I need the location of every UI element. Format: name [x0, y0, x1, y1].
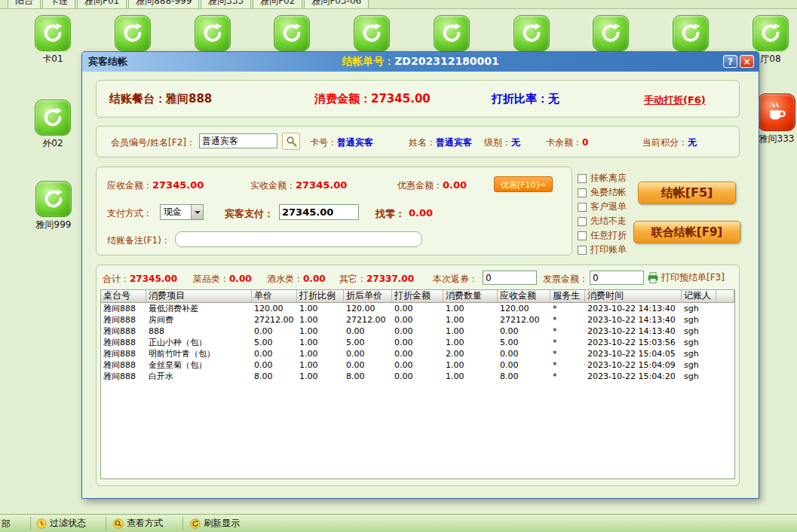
member-balance: 卡余额：0 — [546, 136, 588, 149]
cell-recorder: sgh — [682, 314, 716, 326]
checkbox-icon[interactable] — [578, 203, 587, 212]
dialog-body: 结账餐台：雅间888 消费金额：27345.00 打折比率：无 手动打折(F6)… — [82, 72, 759, 498]
cell-empty — [716, 337, 734, 348]
room-tab[interactable]: 阳台 — [8, 0, 41, 9]
cell-discount-ratio: 1.00 — [297, 314, 344, 326]
table-row[interactable]: 雅间888 白开水 8.00 1.00 8.00 0.00 1.00 8.00 … — [101, 371, 734, 382]
pos-desktop: 阳台 卡连 雅间F01 雅间888-999 雅间333 雅间F02 雅间F03-… — [0, 0, 797, 532]
grid-header-cell: 消费项目 — [146, 290, 252, 303]
room-tab[interactable]: 卡连 — [42, 0, 75, 9]
cell-discount-amount: 0.00 — [392, 337, 443, 348]
help-button[interactable]: ? — [723, 55, 737, 68]
settle-option[interactable]: 挂帐离店 — [578, 171, 627, 185]
filter-status-button[interactable]: 过滤状态 — [36, 517, 86, 530]
table-free-icon — [593, 15, 629, 51]
settle-option-label: 打印账单 — [590, 243, 627, 256]
coupon-return-input[interactable] — [483, 271, 537, 285]
grid-header-cell: 消费时间 — [585, 290, 682, 303]
table-row[interactable]: 雅间888 明前竹叶青（包） 0.00 1.00 0.00 0.00 2.00 … — [101, 348, 734, 359]
bill-number-label: 结帐单号： — [342, 55, 394, 67]
table-button[interactable]: 卡01 — [33, 15, 72, 66]
refresh-display-button[interactable]: 刷新显示 — [190, 517, 240, 530]
statusbar-divider — [30, 517, 31, 530]
member-search-button[interactable] — [282, 133, 300, 150]
grid-header-cell: 单价 — [252, 290, 297, 303]
invoice-label: 发票金额： — [543, 273, 588, 286]
member-search-input[interactable] — [199, 133, 277, 148]
statusbar-divider — [182, 517, 183, 530]
cell-table: 雅间888 — [101, 337, 146, 348]
cell-recorder: sgh — [682, 371, 716, 382]
checkbox-icon[interactable] — [578, 217, 587, 226]
member-name-label: 姓名： — [409, 137, 436, 148]
table-button-occupied[interactable]: 雅间333 — [757, 93, 796, 145]
drinks-value: 0.00 — [303, 274, 326, 284]
checkbox-icon[interactable] — [578, 174, 587, 183]
print-prebill-button[interactable]: 打印预结单[F3] — [647, 271, 725, 284]
grid-header-cell: 服务生 — [550, 290, 585, 303]
table-row[interactable]: 雅间888 正山小种（包） 5.00 1.00 5.00 0.00 1.00 5… — [101, 337, 734, 348]
table-row[interactable]: 雅间888 最低消费补差 120.00 1.00 120.00 0.00 1.0… — [101, 303, 734, 314]
bill-number-value: ZD202312180001 — [394, 55, 499, 67]
guest-pay-label: 宾客支付： — [225, 207, 274, 221]
grid-header-cell: 打折比例 — [297, 290, 344, 303]
settle-button[interactable]: 结帐[F5] — [638, 182, 736, 204]
other-value: 27337.00 — [366, 274, 414, 284]
table-free-icon — [673, 15, 709, 51]
table-label: 雅间999 — [36, 219, 72, 231]
settle-option[interactable]: 免费结帐 — [578, 185, 627, 200]
table-row[interactable]: 雅间888 房间费 27212.00 1.00 27212.00 0.00 1.… — [101, 314, 734, 326]
cell-unit-price: 27212.00 — [252, 314, 297, 326]
cell-discount-ratio: 1.00 — [297, 326, 344, 337]
checkbox-icon[interactable] — [578, 188, 587, 197]
joint-settle-button[interactable]: 联合结帐[F9] — [633, 221, 740, 243]
teacup-icon — [765, 101, 788, 124]
grid-header-cell: 折后单价 — [344, 290, 392, 303]
member-level: 级别：无 — [484, 136, 520, 149]
cell-receivable: 27212.00 — [498, 314, 550, 326]
table-button[interactable]: 外02 — [33, 99, 72, 150]
cell-discount-ratio: 1.00 — [297, 371, 344, 382]
swirl-icon — [280, 22, 303, 44]
room-tab[interactable]: 雅间333 — [201, 0, 251, 9]
checkbox-icon[interactable] — [578, 246, 587, 255]
cell-unit-price: 8.00 — [252, 371, 297, 382]
pay-method-select[interactable]: 现金 — [160, 204, 204, 220]
magnifier-icon — [113, 518, 124, 529]
cell-unit-price: 0.00 — [252, 326, 297, 337]
cell-waiter: * — [550, 337, 585, 348]
settle-option[interactable]: 先结不走 — [578, 214, 627, 228]
view-mode-button[interactable]: 查看方式 — [113, 517, 163, 530]
grid-header: 桌台号 消费项目 单价 打折比例 折后单价 打折金额 消费数量 应收金额 服务生… — [101, 290, 734, 303]
coupon-button[interactable]: 优惠[F10]⇨ — [494, 176, 553, 192]
guest-pay-input[interactable] — [279, 204, 359, 220]
settle-option[interactable]: 客户退单 — [578, 200, 627, 214]
table-button[interactable]: 雅间999 — [32, 181, 75, 231]
settle-option[interactable]: 打印账单 — [578, 243, 627, 257]
room-tab[interactable]: 雅间888-999 — [128, 0, 199, 9]
guest-settlement-dialog: 宾客结帐 结帐单号：ZD202312180001 ? × 结账餐台：雅间888 … — [81, 51, 759, 499]
cell-discounted-price: 120.00 — [344, 303, 392, 314]
view-mode-label: 查看方式 — [127, 517, 163, 530]
manual-discount-link[interactable]: 手动打折(F6) — [644, 93, 706, 107]
remark-input[interactable] — [175, 231, 422, 247]
grid-header-cell: 打折金额 — [392, 290, 443, 303]
room-tab[interactable]: 雅间F02 — [253, 0, 302, 9]
room-tab[interactable]: 雅间F01 — [77, 0, 127, 9]
invoice-input[interactable] — [590, 271, 644, 285]
cell-empty — [716, 326, 734, 337]
cell-discounted-price: 5.00 — [344, 337, 392, 348]
cell-recorder: sgh — [682, 337, 716, 348]
table-label: 外02 — [42, 137, 63, 150]
room-tab[interactable]: 雅间F03-06 — [304, 0, 369, 9]
table-row[interactable]: 雅间888 888 0.00 1.00 0.00 0.00 1.00 0.00 … — [101, 326, 734, 337]
cell-empty — [716, 303, 734, 314]
table-row[interactable]: 雅间888 金丝皇菊（包） 0.00 1.00 0.00 0.00 1.00 0… — [101, 359, 734, 371]
close-button[interactable]: × — [740, 55, 754, 68]
checkbox-icon[interactable] — [578, 231, 587, 240]
items-panel: 合计：27345.00 菜品类：0.00 酒水类：0.00 其它：27337.0… — [96, 264, 740, 486]
settle-option[interactable]: 任意打折 — [578, 228, 627, 243]
checkout-table-label: 结账餐台： — [109, 92, 166, 105]
pay-method-value: 现金 — [164, 206, 182, 219]
cell-waiter: * — [550, 348, 585, 359]
